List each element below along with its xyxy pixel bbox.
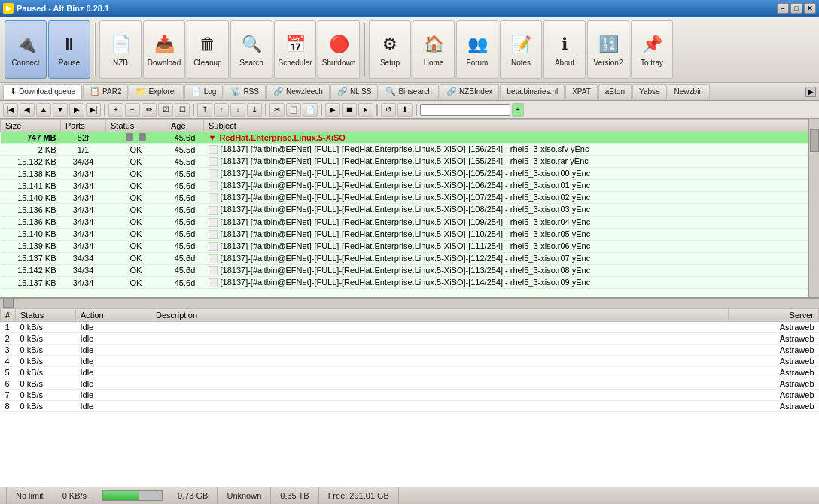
home-button[interactable]: 🏠 Home	[413, 20, 455, 79]
col-age-header[interactable]: Age	[166, 120, 204, 132]
up-button[interactable]: ▲	[36, 103, 51, 117]
queue-num: 5	[1, 366, 16, 378]
table-row[interactable]: 15.137 KB 34/34 OK 45.6d [18137]-[#altbi…	[1, 277, 819, 289]
titlebar-buttons[interactable]: − □ ✕	[777, 3, 816, 14]
table-row[interactable]: 15.139 KB 34/34 OK 45.6d [18137]-[#altbi…	[1, 240, 819, 252]
play-button[interactable]: ▶	[325, 103, 340, 117]
tab-newzbin[interactable]: Newzbin	[668, 84, 710, 99]
tab-log[interactable]: 📄 Log	[184, 84, 224, 99]
info-button[interactable]: ℹ	[397, 103, 413, 117]
add-button[interactable]: +	[108, 103, 123, 117]
col-status-header[interactable]: Status	[106, 120, 166, 132]
setup-button[interactable]: ⚙ Setup	[369, 20, 411, 79]
minimize-button[interactable]: −	[777, 3, 789, 14]
table-row[interactable]: 15.140 KB 34/34 OK 45.6d [18137]-[#altbi…	[1, 192, 819, 204]
remove-button[interactable]: −	[125, 103, 140, 117]
table-row[interactable]: 15.142 KB 34/34 OK 45.6d [18137]-[#altbi…	[1, 264, 819, 276]
paste-button[interactable]: 📄	[303, 103, 318, 117]
queue-row[interactable]: 5 0 kB/s Idle Astraweb	[1, 366, 819, 378]
shutdown-button[interactable]: 🔴 Shutdown	[318, 20, 360, 79]
queue-col-status[interactable]: Status	[16, 308, 76, 321]
queue-row[interactable]: 7 0 kB/s Idle Astraweb	[1, 389, 819, 400]
pause-button[interactable]: ⏸ Pause	[48, 20, 90, 79]
tab-rss[interactable]: 📡 RSS	[224, 84, 266, 99]
col-subject-header[interactable]: Subject	[204, 120, 819, 132]
hscroll-thumb[interactable]	[3, 299, 14, 308]
queue-description	[151, 389, 729, 400]
tab-xpat[interactable]: XPAT	[565, 84, 598, 99]
file-group-row[interactable]: 747 MB 52f 45.6d ▼RedHat.Enterprise.Linu…	[1, 132, 819, 144]
next-button[interactable]: ▶	[69, 103, 84, 117]
queue-col-server[interactable]: Server	[729, 308, 819, 321]
move-down-button[interactable]: ↓	[230, 103, 245, 117]
download-button[interactable]: 📥 Download	[143, 20, 185, 79]
table-row[interactable]: 15.141 KB 34/34 OK 45.6d [18137]-[#altbi…	[1, 180, 819, 192]
prev-button[interactable]: ◀	[20, 103, 35, 117]
cleanup-button[interactable]: 🗑 Cleanup	[187, 20, 229, 79]
file-parts: 34/34	[61, 216, 106, 228]
queue-row[interactable]: 2 0 kB/s Idle Astraweb	[1, 332, 819, 344]
nzb-button[interactable]: 📄 NZB	[99, 20, 142, 79]
table-row[interactable]: 15.138 KB 34/34 OK 45.5d [18137]-[#altbi…	[1, 168, 819, 180]
col-size-header[interactable]: Size	[1, 120, 61, 132]
tab-aeton[interactable]: aEton	[598, 84, 632, 99]
horizontal-scrollbar[interactable]	[0, 298, 819, 308]
file-list-scrollbar[interactable]	[808, 119, 819, 297]
totray-button[interactable]: 📌 To tray	[631, 20, 673, 79]
file-age: 45.5d	[166, 156, 204, 168]
down-button[interactable]: ▼	[53, 103, 68, 117]
copy-button[interactable]: 📋	[286, 103, 301, 117]
new-item-button[interactable]: +	[512, 103, 524, 117]
tab-download-queue[interactable]: ⬇ Download queue	[3, 84, 82, 99]
last-button[interactable]: ▶|	[86, 103, 101, 117]
table-row[interactable]: 15.137 KB 34/34 OK 45.6d [18137]-[#altbi…	[1, 252, 819, 264]
table-row[interactable]: 15.132 KB 34/34 OK 45.5d [18137]-[#altbi…	[1, 156, 819, 168]
search-button[interactable]: 🔍 Search	[230, 20, 272, 79]
tab-explorer[interactable]: 📁 Explorer	[129, 84, 183, 99]
queue-row[interactable]: 8 0 kB/s Idle Astraweb	[1, 400, 819, 411]
close-button[interactable]: ✕	[804, 3, 816, 14]
about-icon: ℹ	[553, 32, 577, 56]
tab-newzleech[interactable]: 🔗 Newzleech	[266, 84, 330, 99]
resume-button[interactable]: ⏵	[358, 103, 373, 117]
refresh-button[interactable]: ↺	[381, 103, 396, 117]
select-all-button[interactable]: ☑	[158, 103, 173, 117]
queue-row[interactable]: 1 0 kB/s Idle Astraweb	[1, 321, 819, 332]
scheduler-button[interactable]: 📅 Scheduler	[274, 20, 316, 79]
cut-button[interactable]: ✂	[269, 103, 285, 117]
connect-button[interactable]: 🔌 Connect	[5, 20, 47, 79]
queue-row[interactable]: 4 0 kB/s Idle Astraweb	[1, 355, 819, 366]
table-row[interactable]: 15.136 KB 34/34 OK 45.6d [18137]-[#altbi…	[1, 204, 819, 216]
group-status	[106, 132, 166, 144]
queue-row[interactable]: 3 0 kB/s Idle Astraweb	[1, 344, 819, 355]
tab-beta-binaries[interactable]: beta.binaries.nl	[500, 84, 565, 99]
table-row[interactable]: 2 KB 1/1 OK 45.5d [18137]-[#altbin@EFNet…	[1, 144, 819, 156]
deselect-button[interactable]: ☐	[175, 103, 190, 117]
forum-button[interactable]: 👥 Forum	[456, 20, 498, 79]
tab-nzb-index[interactable]: 🔗 NZBIndex	[440, 84, 499, 99]
tab-yabse[interactable]: Yabse	[632, 84, 667, 99]
tab-par2[interactable]: 📋 PAR2	[83, 84, 128, 99]
scroll-right-button[interactable]: ▶	[805, 87, 816, 97]
move-up-button[interactable]: ↑	[214, 103, 229, 117]
move-bottom-button[interactable]: ⤓	[247, 103, 262, 117]
first-button[interactable]: |◀	[3, 103, 18, 117]
stop-button[interactable]: ⏹	[342, 103, 357, 117]
queue-col-num[interactable]: #	[1, 308, 16, 321]
queue-col-description[interactable]: Description	[151, 308, 729, 321]
search-input[interactable]	[420, 104, 510, 116]
edit-button[interactable]: ✏	[142, 103, 157, 117]
cleanup-label: Cleanup	[193, 59, 221, 67]
table-row[interactable]: 15.136 KB 34/34 OK 45.6d [18137]-[#altbi…	[1, 216, 819, 228]
about-button[interactable]: ℹ About	[543, 20, 586, 79]
queue-col-action[interactable]: Action	[76, 308, 151, 321]
maximize-button[interactable]: □	[790, 3, 802, 14]
notes-button[interactable]: 📝 Notes	[500, 20, 542, 79]
tab-nl-ss[interactable]: 🔗 NL SS	[330, 84, 379, 99]
col-parts-header[interactable]: Parts	[61, 120, 106, 132]
move-top-button[interactable]: ⤒	[197, 103, 212, 117]
version-button[interactable]: 🔢 Version?	[587, 20, 629, 79]
queue-row[interactable]: 6 0 kB/s Idle Astraweb	[1, 378, 819, 389]
tab-binsearch[interactable]: 🔍 Binsearch	[379, 84, 438, 99]
table-row[interactable]: 15.140 KB 34/34 OK 45.6d [18137]-[#altbi…	[1, 228, 819, 240]
